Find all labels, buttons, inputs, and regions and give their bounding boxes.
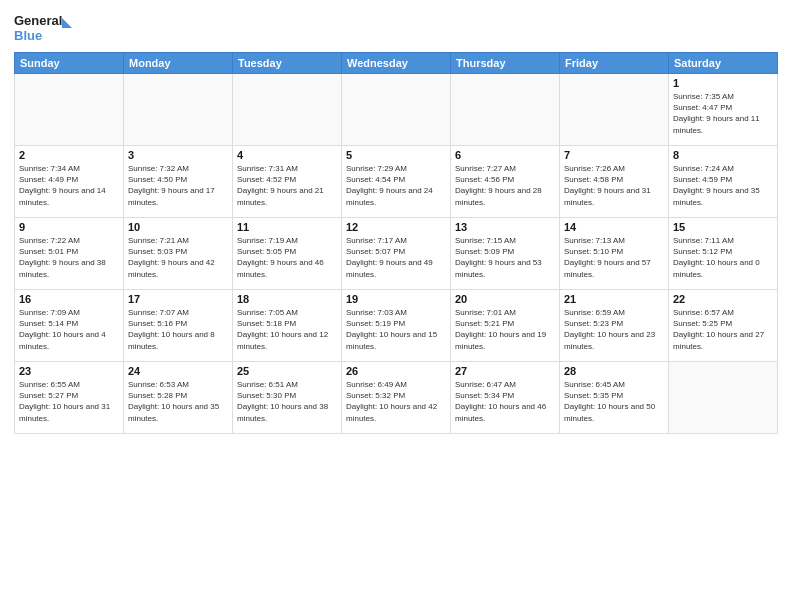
logo-svg: GeneralBlue (14, 10, 74, 46)
day-info: Sunrise: 6:49 AM Sunset: 5:32 PM Dayligh… (346, 379, 446, 424)
calendar-cell: 15Sunrise: 7:11 AM Sunset: 5:12 PM Dayli… (669, 218, 778, 290)
calendar-cell: 27Sunrise: 6:47 AM Sunset: 5:34 PM Dayli… (451, 362, 560, 434)
day-info: Sunrise: 6:47 AM Sunset: 5:34 PM Dayligh… (455, 379, 555, 424)
calendar-cell: 9Sunrise: 7:22 AM Sunset: 5:01 PM Daylig… (15, 218, 124, 290)
calendar-cell: 20Sunrise: 7:01 AM Sunset: 5:21 PM Dayli… (451, 290, 560, 362)
day-info: Sunrise: 6:57 AM Sunset: 5:25 PM Dayligh… (673, 307, 773, 352)
calendar-cell: 2Sunrise: 7:34 AM Sunset: 4:49 PM Daylig… (15, 146, 124, 218)
day-info: Sunrise: 7:03 AM Sunset: 5:19 PM Dayligh… (346, 307, 446, 352)
week-row-3: 16Sunrise: 7:09 AM Sunset: 5:14 PM Dayli… (15, 290, 778, 362)
week-row-1: 2Sunrise: 7:34 AM Sunset: 4:49 PM Daylig… (15, 146, 778, 218)
calendar-cell (560, 74, 669, 146)
day-info: Sunrise: 7:34 AM Sunset: 4:49 PM Dayligh… (19, 163, 119, 208)
calendar-cell: 16Sunrise: 7:09 AM Sunset: 5:14 PM Dayli… (15, 290, 124, 362)
day-info: Sunrise: 7:32 AM Sunset: 4:50 PM Dayligh… (128, 163, 228, 208)
calendar-cell (124, 74, 233, 146)
calendar-cell: 14Sunrise: 7:13 AM Sunset: 5:10 PM Dayli… (560, 218, 669, 290)
day-number: 15 (673, 221, 773, 233)
day-number: 28 (564, 365, 664, 377)
day-number: 6 (455, 149, 555, 161)
page: GeneralBlue SundayMondayTuesdayWednesday… (0, 0, 792, 612)
logo: GeneralBlue (14, 10, 74, 46)
day-info: Sunrise: 7:35 AM Sunset: 4:47 PM Dayligh… (673, 91, 773, 136)
day-number: 13 (455, 221, 555, 233)
day-number: 4 (237, 149, 337, 161)
day-number: 18 (237, 293, 337, 305)
calendar-cell: 21Sunrise: 6:59 AM Sunset: 5:23 PM Dayli… (560, 290, 669, 362)
calendar-cell (451, 74, 560, 146)
calendar-cell (342, 74, 451, 146)
weekday-header-row: SundayMondayTuesdayWednesdayThursdayFrid… (15, 53, 778, 74)
day-info: Sunrise: 7:17 AM Sunset: 5:07 PM Dayligh… (346, 235, 446, 280)
weekday-header-tuesday: Tuesday (233, 53, 342, 74)
day-info: Sunrise: 7:21 AM Sunset: 5:03 PM Dayligh… (128, 235, 228, 280)
calendar-cell: 22Sunrise: 6:57 AM Sunset: 5:25 PM Dayli… (669, 290, 778, 362)
calendar-cell: 10Sunrise: 7:21 AM Sunset: 5:03 PM Dayli… (124, 218, 233, 290)
day-info: Sunrise: 7:27 AM Sunset: 4:56 PM Dayligh… (455, 163, 555, 208)
weekday-header-monday: Monday (124, 53, 233, 74)
day-number: 3 (128, 149, 228, 161)
day-number: 9 (19, 221, 119, 233)
calendar-cell: 13Sunrise: 7:15 AM Sunset: 5:09 PM Dayli… (451, 218, 560, 290)
day-number: 27 (455, 365, 555, 377)
day-info: Sunrise: 7:05 AM Sunset: 5:18 PM Dayligh… (237, 307, 337, 352)
day-info: Sunrise: 7:24 AM Sunset: 4:59 PM Dayligh… (673, 163, 773, 208)
calendar-cell (15, 74, 124, 146)
calendar-cell (669, 362, 778, 434)
day-info: Sunrise: 7:11 AM Sunset: 5:12 PM Dayligh… (673, 235, 773, 280)
day-info: Sunrise: 7:01 AM Sunset: 5:21 PM Dayligh… (455, 307, 555, 352)
day-info: Sunrise: 7:26 AM Sunset: 4:58 PM Dayligh… (564, 163, 664, 208)
day-info: Sunrise: 6:59 AM Sunset: 5:23 PM Dayligh… (564, 307, 664, 352)
day-number: 24 (128, 365, 228, 377)
calendar-cell: 25Sunrise: 6:51 AM Sunset: 5:30 PM Dayli… (233, 362, 342, 434)
day-info: Sunrise: 7:31 AM Sunset: 4:52 PM Dayligh… (237, 163, 337, 208)
calendar-cell: 23Sunrise: 6:55 AM Sunset: 5:27 PM Dayli… (15, 362, 124, 434)
day-info: Sunrise: 7:09 AM Sunset: 5:14 PM Dayligh… (19, 307, 119, 352)
calendar-cell (233, 74, 342, 146)
week-row-4: 23Sunrise: 6:55 AM Sunset: 5:27 PM Dayli… (15, 362, 778, 434)
day-info: Sunrise: 6:45 AM Sunset: 5:35 PM Dayligh… (564, 379, 664, 424)
day-info: Sunrise: 7:13 AM Sunset: 5:10 PM Dayligh… (564, 235, 664, 280)
weekday-header-wednesday: Wednesday (342, 53, 451, 74)
day-number: 26 (346, 365, 446, 377)
calendar-cell: 24Sunrise: 6:53 AM Sunset: 5:28 PM Dayli… (124, 362, 233, 434)
day-number: 8 (673, 149, 773, 161)
calendar-cell: 4Sunrise: 7:31 AM Sunset: 4:52 PM Daylig… (233, 146, 342, 218)
day-number: 14 (564, 221, 664, 233)
calendar-cell: 3Sunrise: 7:32 AM Sunset: 4:50 PM Daylig… (124, 146, 233, 218)
calendar: SundayMondayTuesdayWednesdayThursdayFrid… (14, 52, 778, 434)
calendar-cell: 12Sunrise: 7:17 AM Sunset: 5:07 PM Dayli… (342, 218, 451, 290)
day-number: 16 (19, 293, 119, 305)
week-row-2: 9Sunrise: 7:22 AM Sunset: 5:01 PM Daylig… (15, 218, 778, 290)
svg-marker-2 (62, 18, 72, 28)
day-number: 22 (673, 293, 773, 305)
day-info: Sunrise: 6:51 AM Sunset: 5:30 PM Dayligh… (237, 379, 337, 424)
day-number: 20 (455, 293, 555, 305)
weekday-header-thursday: Thursday (451, 53, 560, 74)
day-number: 1 (673, 77, 773, 89)
header: GeneralBlue (14, 10, 778, 46)
calendar-cell: 28Sunrise: 6:45 AM Sunset: 5:35 PM Dayli… (560, 362, 669, 434)
day-info: Sunrise: 7:22 AM Sunset: 5:01 PM Dayligh… (19, 235, 119, 280)
day-info: Sunrise: 7:07 AM Sunset: 5:16 PM Dayligh… (128, 307, 228, 352)
calendar-cell: 19Sunrise: 7:03 AM Sunset: 5:19 PM Dayli… (342, 290, 451, 362)
calendar-cell: 5Sunrise: 7:29 AM Sunset: 4:54 PM Daylig… (342, 146, 451, 218)
week-row-0: 1Sunrise: 7:35 AM Sunset: 4:47 PM Daylig… (15, 74, 778, 146)
day-info: Sunrise: 6:53 AM Sunset: 5:28 PM Dayligh… (128, 379, 228, 424)
day-number: 23 (19, 365, 119, 377)
day-number: 2 (19, 149, 119, 161)
day-number: 10 (128, 221, 228, 233)
calendar-cell: 11Sunrise: 7:19 AM Sunset: 5:05 PM Dayli… (233, 218, 342, 290)
svg-text:Blue: Blue (14, 28, 42, 43)
calendar-cell: 26Sunrise: 6:49 AM Sunset: 5:32 PM Dayli… (342, 362, 451, 434)
day-number: 7 (564, 149, 664, 161)
day-number: 5 (346, 149, 446, 161)
day-info: Sunrise: 7:19 AM Sunset: 5:05 PM Dayligh… (237, 235, 337, 280)
day-number: 21 (564, 293, 664, 305)
svg-text:General: General (14, 13, 62, 28)
day-number: 19 (346, 293, 446, 305)
day-info: Sunrise: 6:55 AM Sunset: 5:27 PM Dayligh… (19, 379, 119, 424)
day-number: 25 (237, 365, 337, 377)
weekday-header-sunday: Sunday (15, 53, 124, 74)
day-number: 12 (346, 221, 446, 233)
